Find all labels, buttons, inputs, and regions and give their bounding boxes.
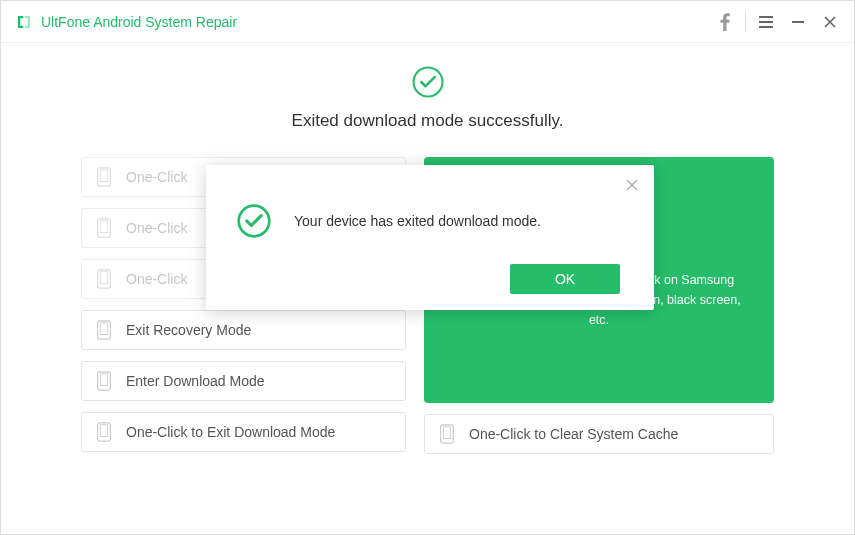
svg-rect-18 bbox=[443, 427, 450, 439]
option-label: One-Click to Exit Download Mode bbox=[126, 424, 335, 440]
titlebar: UltFone Android System Repair bbox=[1, 1, 854, 43]
svg-rect-1 bbox=[759, 21, 773, 23]
svg-rect-8 bbox=[100, 221, 107, 233]
ok-button[interactable]: OK bbox=[510, 264, 620, 294]
option-label: One-Click bbox=[126, 271, 187, 287]
option-enter-download[interactable]: Enter Download Mode bbox=[81, 361, 406, 401]
app-window: UltFone Android System Repair Exited d bbox=[0, 0, 855, 535]
option-label: Enter Download Mode bbox=[126, 373, 265, 389]
headline: Exited download mode successfully. bbox=[1, 111, 854, 131]
app-title: UltFone Android System Repair bbox=[41, 14, 709, 30]
modal-check-icon bbox=[236, 203, 272, 239]
svg-rect-14 bbox=[100, 374, 107, 386]
option-label: Exit Recovery Mode bbox=[126, 322, 251, 338]
svg-rect-12 bbox=[100, 323, 107, 335]
close-icon[interactable] bbox=[814, 6, 846, 38]
success-modal: Your device has exited download mode. OK bbox=[206, 165, 654, 310]
success-check-icon bbox=[411, 65, 445, 99]
phone-icon bbox=[96, 320, 112, 340]
svg-rect-15 bbox=[98, 423, 111, 441]
svg-rect-7 bbox=[98, 219, 111, 237]
option-clear-cache[interactable]: One-Click to Clear System Cache bbox=[424, 414, 774, 454]
minimize-icon[interactable] bbox=[782, 6, 814, 38]
svg-rect-17 bbox=[441, 425, 454, 443]
svg-rect-3 bbox=[792, 21, 804, 23]
modal-message: Your device has exited download mode. bbox=[294, 213, 541, 229]
phone-icon bbox=[96, 422, 112, 442]
menu-icon[interactable] bbox=[750, 6, 782, 38]
svg-rect-0 bbox=[759, 16, 773, 18]
svg-rect-2 bbox=[759, 26, 773, 28]
phone-icon bbox=[96, 371, 112, 391]
modal-body: Your device has exited download mode. bbox=[206, 165, 654, 239]
option-exit-download[interactable]: One-Click to Exit Download Mode bbox=[81, 412, 406, 452]
modal-close-icon[interactable] bbox=[622, 175, 642, 195]
phone-icon bbox=[96, 218, 112, 238]
app-logo-icon bbox=[15, 13, 33, 31]
separator bbox=[745, 12, 746, 32]
svg-rect-10 bbox=[100, 272, 107, 284]
option-exit-recovery[interactable]: Exit Recovery Mode bbox=[81, 310, 406, 350]
option-label: One-Click to Clear System Cache bbox=[469, 426, 678, 442]
phone-icon bbox=[96, 167, 112, 187]
svg-rect-6 bbox=[100, 170, 107, 182]
option-label: One-Click bbox=[126, 220, 187, 236]
svg-rect-16 bbox=[100, 425, 107, 437]
svg-rect-9 bbox=[98, 270, 111, 288]
facebook-icon[interactable] bbox=[709, 6, 741, 38]
modal-footer: OK bbox=[510, 264, 620, 294]
phone-icon bbox=[96, 269, 112, 289]
phone-icon bbox=[439, 424, 455, 444]
svg-rect-5 bbox=[98, 168, 111, 186]
titlebar-controls bbox=[709, 6, 846, 38]
option-label: One-Click bbox=[126, 169, 187, 185]
svg-rect-13 bbox=[98, 372, 111, 390]
header-area: Exited download mode successfully. bbox=[1, 43, 854, 141]
svg-rect-11 bbox=[98, 321, 111, 339]
